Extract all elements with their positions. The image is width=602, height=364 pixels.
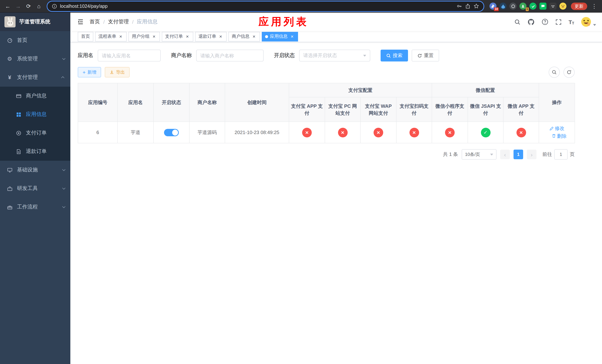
extension-drop-icon[interactable] bbox=[499, 3, 506, 10]
back-icon[interactable]: ← bbox=[3, 1, 13, 11]
merchant-name-input[interactable] bbox=[200, 53, 259, 58]
close-icon[interactable] bbox=[118, 34, 123, 39]
share-icon[interactable] bbox=[465, 3, 471, 9]
github-icon[interactable] bbox=[527, 18, 535, 26]
extension-gray-icon[interactable] bbox=[509, 3, 516, 10]
add-button-label: 新增 bbox=[87, 69, 96, 75]
page-size-select[interactable]: 10条/页 bbox=[462, 149, 496, 160]
app-shell: 芋道管理系统 首页 ⚙ 系统管理 ¥ 支付管理 bbox=[0, 13, 602, 364]
sidebar-item-app-info[interactable]: 应用信息 bbox=[0, 105, 70, 124]
extension-check-icon[interactable] bbox=[529, 3, 537, 10]
sidebar-item-label: 系统管理 bbox=[17, 55, 38, 62]
config-status-icon bbox=[516, 128, 526, 137]
export-button[interactable]: 导出 bbox=[105, 67, 129, 77]
font-size-icon[interactable]: TT bbox=[569, 19, 574, 25]
sidebar-item-refund-order[interactable]: 退款订单 bbox=[0, 142, 70, 161]
goto-page-input[interactable] bbox=[554, 149, 568, 160]
tag-pay-order[interactable]: 支付订单 bbox=[162, 32, 193, 41]
order-icon bbox=[16, 130, 22, 136]
address-bar[interactable]: localhost:1024/pay/app bbox=[47, 1, 484, 11]
help-icon[interactable] bbox=[541, 18, 548, 26]
sidebar-item-dev-tools[interactable]: 研发工具 bbox=[0, 179, 70, 198]
status-switch[interactable] bbox=[164, 129, 179, 136]
search-button-label: 搜索 bbox=[393, 52, 402, 59]
extension-monkey-icon[interactable] bbox=[549, 3, 557, 10]
tag-merchant-info[interactable]: 商户信息 bbox=[228, 32, 260, 41]
update-button[interactable]: 更新 bbox=[571, 2, 587, 10]
refresh-button[interactable] bbox=[563, 67, 575, 78]
bookmark-star-icon[interactable] bbox=[473, 3, 479, 9]
tag-refund-order[interactable]: 退款订单 bbox=[195, 32, 226, 41]
reload-icon[interactable]: ⟳ bbox=[24, 1, 33, 11]
delete-link[interactable]: 删除 bbox=[551, 132, 567, 139]
sidebar-item-payment[interactable]: ¥ 支付管理 bbox=[0, 68, 70, 87]
chevron-down-icon bbox=[62, 205, 65, 208]
close-icon[interactable] bbox=[251, 34, 257, 39]
cell-alipay-app bbox=[289, 122, 325, 143]
chevron-down-icon bbox=[62, 168, 65, 171]
tag-process-form[interactable]: 流程表单 bbox=[95, 32, 127, 41]
prev-page-button[interactable]: ‹ bbox=[500, 150, 510, 159]
sidebar-toggle-icon[interactable] bbox=[76, 18, 85, 26]
extension-emoji-icon[interactable] bbox=[559, 3, 567, 10]
plus-icon: + bbox=[83, 70, 86, 75]
user-menu[interactable] bbox=[580, 16, 596, 27]
sidebar-item-merchant-info[interactable]: 商户信息 bbox=[0, 87, 70, 105]
toolbox-icon bbox=[7, 185, 13, 192]
col-header-app-name: 应用名 bbox=[118, 83, 153, 122]
extension-badge: 10 bbox=[494, 7, 499, 11]
cell-wechat-mini bbox=[432, 122, 468, 143]
close-icon[interactable] bbox=[151, 34, 157, 39]
sidebar-item-infra[interactable]: 基础设施 bbox=[0, 161, 70, 179]
extension-green-avatar-icon[interactable]: 1 bbox=[519, 3, 527, 10]
config-status-icon bbox=[338, 128, 347, 137]
tag-user-group[interactable]: 用户分组 bbox=[129, 32, 160, 41]
breadcrumb-item[interactable]: 首页 bbox=[90, 19, 100, 25]
sidebar-item-workflow[interactable]: 工作流程 bbox=[0, 198, 70, 216]
sidebar-item-system[interactable]: ⚙ 系统管理 bbox=[0, 50, 70, 68]
search-button[interactable]: 搜索 bbox=[381, 50, 408, 62]
breadcrumb-item[interactable]: 支付管理 bbox=[108, 19, 129, 25]
sidebar-item-pay-order[interactable]: 支付订单 bbox=[0, 124, 70, 142]
forward-icon[interactable]: → bbox=[13, 1, 23, 11]
search-icon[interactable] bbox=[514, 18, 521, 26]
col-header-alipay-pc: 支付宝 PC 网站支付 bbox=[325, 97, 360, 122]
close-icon[interactable] bbox=[290, 34, 295, 39]
extension-puzzle-icon[interactable]: 10 bbox=[489, 3, 496, 10]
breadcrumb-item-current: 应用信息 bbox=[137, 19, 158, 25]
tag-label: 首页 bbox=[81, 33, 90, 40]
logo-avatar bbox=[4, 16, 16, 27]
sidebar-item-label: 支付管理 bbox=[17, 74, 38, 81]
sidebar-logo[interactable]: 芋道管理系统 bbox=[0, 13, 70, 31]
status-select[interactable]: 请选择开启状态 bbox=[299, 50, 370, 62]
password-key-icon[interactable] bbox=[456, 3, 462, 9]
fullscreen-icon[interactable] bbox=[555, 18, 562, 26]
extension-chat-icon[interactable] bbox=[539, 3, 547, 10]
col-header-wechat-mini: 微信小程序支付 bbox=[432, 97, 468, 122]
col-header-alipay-app: 支付宝 APP 支付 bbox=[289, 97, 325, 122]
col-header-wechat-jsapi: 微信 JSAPI 支付 bbox=[468, 97, 503, 122]
dashboard-icon bbox=[7, 37, 13, 43]
app-name-input[interactable] bbox=[102, 53, 157, 58]
tag-app-info[interactable]: 应用信息 bbox=[262, 32, 298, 41]
tag-home[interactable]: 首页 bbox=[78, 32, 93, 41]
browser-menu-icon[interactable]: ⋮ bbox=[589, 1, 599, 11]
add-button[interactable]: + 新增 bbox=[78, 67, 101, 77]
close-icon[interactable] bbox=[185, 34, 190, 39]
next-page-button[interactable]: › bbox=[527, 150, 537, 159]
page-content: 应用名 商户名称 开启状态 请选择开启状态 搜索 bbox=[70, 42, 602, 364]
sidebar-item-label: 退款订单 bbox=[26, 148, 47, 155]
workflow-icon bbox=[7, 204, 13, 210]
edit-link[interactable]: 修改 bbox=[549, 125, 564, 132]
toggle-search-button[interactable] bbox=[549, 67, 560, 78]
reset-button[interactable]: 重置 bbox=[412, 50, 439, 62]
tags-view: 首页 流程表单 用户分组 支付订单 退款订单 bbox=[70, 31, 602, 42]
close-icon[interactable] bbox=[218, 34, 223, 39]
goto-page: 前往 页 bbox=[542, 149, 575, 160]
page-number-button[interactable]: 1 bbox=[514, 150, 523, 159]
sidebar-item-home[interactable]: 首页 bbox=[0, 31, 70, 50]
cell-alipay-qr bbox=[396, 122, 432, 143]
col-header-alipay-wap: 支付宝 WAP 网站支付 bbox=[360, 97, 396, 122]
cell-app-name: 芋道 bbox=[118, 122, 153, 143]
home-icon[interactable]: ⌂ bbox=[34, 1, 44, 11]
